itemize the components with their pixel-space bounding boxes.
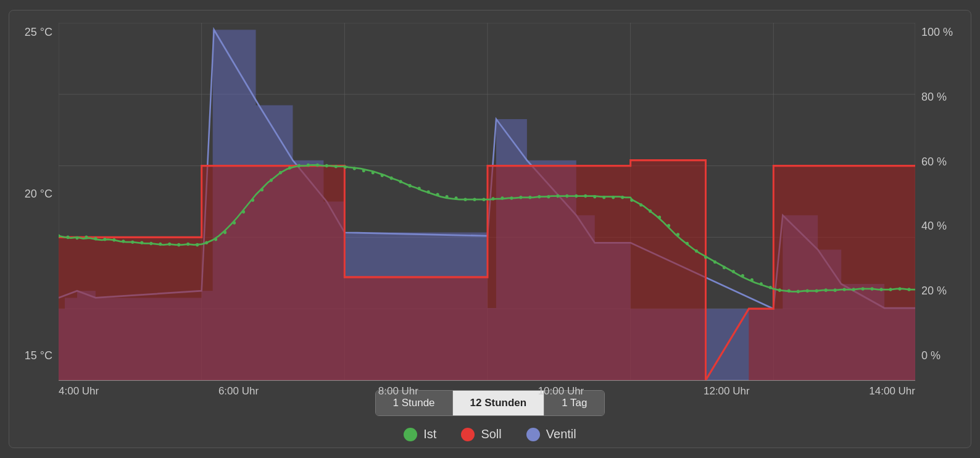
chart-plot-area: 4:00 Uhr 6:00 Uhr 8:00 Uhr 10:00 Uhr 12:… [59, 23, 915, 381]
x-axis-labels: 4:00 Uhr 6:00 Uhr 8:00 Uhr 10:00 Uhr 12:… [59, 382, 915, 398]
svg-point-22 [140, 241, 143, 245]
svg-point-36 [270, 178, 273, 182]
svg-point-83 [704, 256, 707, 259]
svg-point-63 [519, 196, 522, 199]
svg-point-94 [806, 289, 809, 293]
svg-point-79 [667, 224, 670, 228]
svg-point-72 [602, 196, 605, 199]
svg-point-102 [880, 288, 883, 291]
x-label-8: 8:00 Uhr [378, 385, 418, 398]
svg-point-27 [186, 243, 189, 246]
svg-point-24 [159, 243, 162, 246]
svg-point-75 [630, 198, 633, 202]
x-label-14: 14:00 Uhr [869, 385, 915, 398]
svg-point-18 [103, 238, 106, 241]
y-left-tick-25: 25 °C [15, 26, 59, 39]
svg-point-40 [307, 164, 310, 167]
svg-point-78 [658, 215, 661, 219]
svg-point-65 [538, 195, 541, 199]
svg-point-19 [112, 238, 115, 242]
svg-point-20 [122, 239, 125, 243]
svg-point-57 [464, 198, 467, 201]
y-left-tick-15: 15 °C [15, 349, 59, 362]
svg-point-17 [94, 237, 97, 241]
svg-point-16 [85, 236, 88, 239]
svg-point-93 [797, 290, 800, 294]
svg-point-80 [676, 233, 679, 236]
svg-point-82 [695, 249, 698, 253]
legend-dot-soll [461, 428, 475, 441]
svg-point-88 [750, 278, 754, 282]
svg-point-30 [214, 238, 217, 241]
svg-point-77 [649, 209, 652, 213]
svg-point-32 [233, 221, 236, 225]
svg-point-59 [483, 198, 486, 201]
svg-point-103 [889, 288, 892, 291]
svg-point-99 [852, 288, 855, 291]
svg-point-91 [778, 288, 781, 292]
svg-point-85 [723, 266, 726, 270]
y-axis-right: 100 % 80 % 60 % 40 % 20 % 0 % [915, 23, 965, 381]
svg-point-56 [455, 196, 458, 200]
x-label-6: 6:00 Uhr [218, 385, 259, 398]
svg-point-98 [843, 288, 846, 291]
svg-point-69 [575, 194, 578, 198]
chart-svg [59, 23, 915, 380]
legend-label-ventil: Ventil [546, 427, 576, 441]
svg-point-58 [473, 198, 476, 201]
svg-point-35 [260, 188, 264, 192]
svg-point-89 [760, 282, 763, 286]
x-label-4: 4:00 Uhr [59, 385, 99, 398]
legend-dot-ist [404, 428, 417, 441]
svg-point-76 [639, 203, 642, 207]
svg-point-49 [390, 177, 393, 180]
svg-point-96 [824, 288, 828, 292]
svg-point-21 [131, 240, 134, 244]
y-right-tick-80: 80 % [915, 91, 965, 104]
svg-point-23 [149, 242, 152, 246]
svg-point-92 [787, 289, 791, 293]
legend-label-soll: Soll [481, 427, 501, 441]
x-label-10: 10:00 Uhr [538, 385, 584, 398]
chart-area: 25 °C 20 °C 15 °C [15, 23, 965, 381]
svg-point-101 [871, 287, 874, 291]
svg-point-87 [741, 274, 744, 278]
y-right-tick-60: 60 % [915, 156, 965, 169]
svg-point-61 [500, 196, 504, 200]
svg-point-64 [528, 196, 531, 199]
svg-point-84 [713, 260, 716, 264]
svg-point-39 [297, 164, 301, 168]
y-right-tick-40: 40 % [915, 220, 965, 233]
svg-point-104 [899, 287, 902, 291]
y-left-tick-20: 20 °C [15, 188, 59, 201]
svg-point-86 [732, 270, 735, 273]
svg-point-74 [621, 196, 624, 199]
svg-point-50 [399, 180, 402, 183]
svg-point-31 [223, 231, 226, 235]
svg-point-95 [815, 289, 818, 293]
y-right-tick-100: 100 % [915, 26, 965, 39]
svg-point-46 [362, 169, 365, 173]
svg-point-62 [510, 196, 513, 200]
svg-point-47 [372, 171, 375, 175]
y-right-tick-0: 0 % [915, 349, 965, 362]
legend-item-ist: Ist [404, 427, 436, 441]
x-label-12: 12:00 Uhr [704, 385, 750, 398]
svg-point-51 [409, 184, 412, 188]
svg-point-71 [593, 195, 596, 199]
svg-point-37 [279, 171, 282, 175]
svg-point-105 [908, 288, 911, 291]
svg-point-45 [353, 167, 356, 170]
svg-point-67 [556, 194, 559, 198]
legend-item-soll: Soll [461, 427, 501, 441]
svg-point-73 [612, 196, 615, 199]
svg-point-54 [436, 193, 439, 197]
svg-point-52 [418, 187, 421, 191]
svg-point-42 [325, 164, 328, 168]
svg-point-34 [251, 198, 254, 202]
y-right-tick-20: 20 % [915, 285, 965, 298]
svg-point-41 [316, 164, 319, 167]
y-axis-left: 25 °C 20 °C 15 °C [15, 23, 59, 381]
svg-point-81 [686, 242, 689, 246]
svg-point-43 [334, 165, 338, 169]
